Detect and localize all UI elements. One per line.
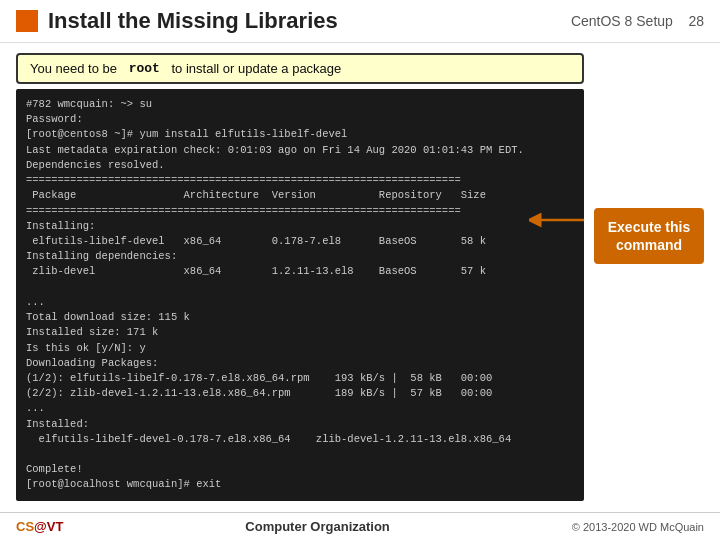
orange-accent-icon [16,10,38,32]
terminal-line-1: #782 wmcquain: ~> su Password: [root@cen… [26,98,524,490]
slide: Install the Missing Libraries CentOS 8 S… [0,0,720,540]
tooltip-text-after: to install or update a package [171,61,341,76]
slide-title: Install the Missing Libraries [48,8,338,34]
footer-center: Computer Organization [245,519,389,534]
content-area: You need to be root to install or update… [0,43,720,512]
execute-callout: Execute this command [594,208,704,264]
tooltip-code: root [129,61,160,76]
course-info: CentOS 8 Setup 28 [571,13,704,29]
footer-left: CS@VT [16,519,63,534]
terminal-area: You need to be root to install or update… [16,53,584,512]
header: Install the Missing Libraries CentOS 8 S… [0,0,720,43]
slide-number: 28 [688,13,704,29]
arrow-icon [529,208,589,233]
footer-right: © 2013-2020 WD McQuain [572,521,704,533]
terminal-output: #782 wmcquain: ~> su Password: [root@cen… [16,89,584,501]
tooltip-text-before: You need to be [30,61,117,76]
footer-cs: CS [16,519,34,534]
footer-at: @ [34,519,47,534]
footer-vt: VT [47,519,64,534]
course-name: CentOS 8 Setup [571,13,673,29]
footer: CS@VT Computer Organization © 2013-2020 … [0,512,720,540]
tooltip-box: You need to be root to install or update… [16,53,584,84]
header-left: Install the Missing Libraries [16,8,338,34]
